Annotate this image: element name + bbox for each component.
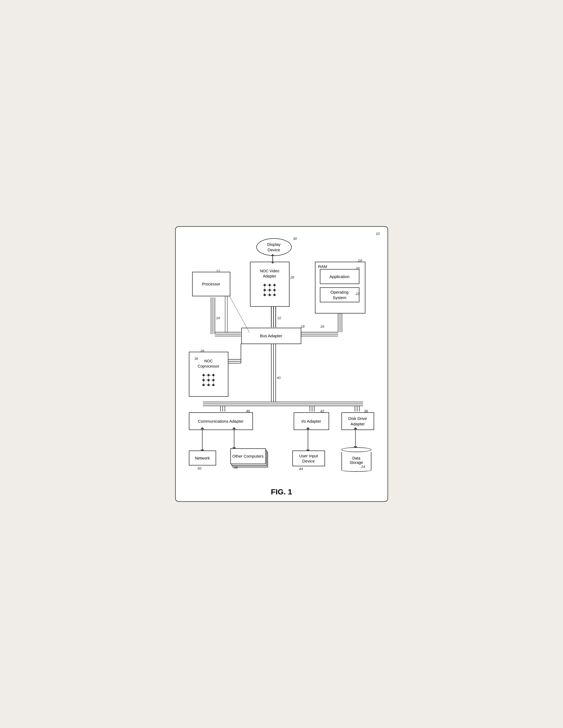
ref-20: 20 <box>356 266 360 270</box>
application-label: Application <box>329 274 349 279</box>
processor-box: Processor <box>192 272 230 296</box>
svg-point-21 <box>202 374 205 376</box>
ref-26: 26 <box>290 275 294 279</box>
display-device-box: DisplayDevice <box>256 238 292 256</box>
data-storage-label: DataStorage <box>341 452 371 469</box>
ram-label: RAM <box>318 264 327 269</box>
svg-point-25 <box>207 379 210 381</box>
noc-video-adapter-label: NOC VideoAdapter <box>260 268 279 278</box>
bus-adapter-label: Bus Adapter <box>260 333 282 339</box>
ref-30: 30 <box>293 237 297 241</box>
ref-22: 22 <box>356 292 360 296</box>
svg-point-13 <box>269 294 271 296</box>
svg-line-38 <box>229 296 249 333</box>
svg-point-22 <box>207 374 210 376</box>
user-input-box: User InputDevice <box>292 450 325 466</box>
svg-point-9 <box>264 289 266 291</box>
display-device-label: DisplayDevice <box>267 242 281 252</box>
processor-label: Processor <box>202 281 221 287</box>
noc-coprocessor-label: NOCCoprocessor <box>198 359 219 368</box>
other-computers-box: Other Computers <box>230 448 266 464</box>
svg-point-26 <box>212 379 215 381</box>
svg-point-23 <box>212 374 215 376</box>
noc-video-adapter-box: NOC VideoAdapter <box>250 262 290 307</box>
ref-18: 18 <box>301 324 305 329</box>
ref-16: 16 <box>320 324 324 329</box>
svg-point-7 <box>269 284 271 286</box>
ref-14: 14 <box>358 258 362 262</box>
svg-point-12 <box>264 294 266 296</box>
disk-drive-adapter-box: Disk DriveAdapter <box>341 412 374 430</box>
figure-label: FIG. 1 <box>271 488 292 496</box>
disk-drive-adapter-label: Disk DriveAdapter <box>348 416 367 426</box>
diagram-container: 10 DisplayDevice 30 Processor 12 NOC Vid… <box>176 227 388 501</box>
noc-coprocessor-grid <box>199 370 218 390</box>
ref-42: 42 <box>320 409 324 413</box>
ref-28: 28 <box>200 349 204 353</box>
network-box: Network <box>189 450 216 466</box>
svg-point-24 <box>202 379 205 381</box>
svg-point-10 <box>269 289 271 291</box>
svg-point-29 <box>212 384 215 386</box>
svg-text:40: 40 <box>277 376 281 380</box>
os-label: OperatingSystem <box>330 290 348 300</box>
svg-point-27 <box>202 384 205 386</box>
ref-44: 44 <box>299 467 303 471</box>
os-box: OperatingSystem <box>320 287 359 302</box>
ref-46: 46 <box>246 409 250 413</box>
ref-24: 24 <box>361 465 365 469</box>
comm-adapter-box: Communications Adapter <box>189 412 253 430</box>
svg-point-14 <box>273 294 276 296</box>
ref-50: 50 <box>198 466 201 470</box>
ref-48: 48 <box>234 466 238 470</box>
noc-video-grid <box>260 280 279 300</box>
svg-point-8 <box>273 284 276 286</box>
user-input-label: User InputDevice <box>299 453 318 464</box>
bus-adapter-box: Bus Adapter <box>241 328 301 344</box>
page: 10 DisplayDevice 30 Processor 12 NOC Vid… <box>175 226 388 502</box>
svg-point-6 <box>264 284 266 286</box>
data-storage-cylinder: DataStorage <box>341 447 371 472</box>
noc-coprocessor-box: NOCCoprocessor <box>189 352 228 397</box>
svg-text:32: 32 <box>277 316 281 320</box>
svg-point-28 <box>207 384 210 386</box>
other-computers-label: Other Computers <box>232 453 264 459</box>
io-adapter-box: I/o Adapter <box>294 412 329 430</box>
comm-adapter-label: Communications Adapter <box>198 419 244 424</box>
svg-point-11 <box>273 289 276 291</box>
ref-10: 10 <box>376 232 380 236</box>
application-box: Application <box>320 269 359 284</box>
network-label: Network <box>195 455 210 461</box>
svg-text:34: 34 <box>216 316 220 320</box>
ref-12: 12 <box>216 269 220 273</box>
io-adapter-label: I/o Adapter <box>301 419 321 424</box>
ref-38: 38 <box>364 409 368 413</box>
